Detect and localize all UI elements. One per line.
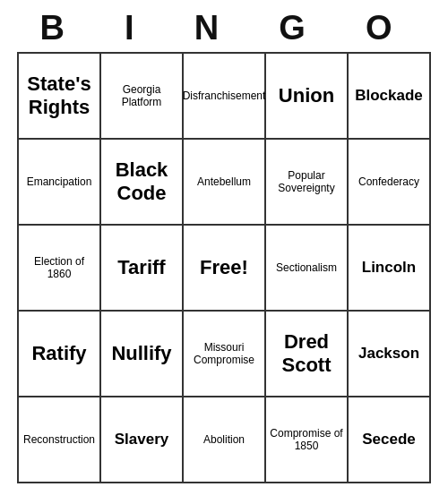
cell-24: Secede	[349, 397, 431, 483]
cell-4: Blockade	[349, 54, 431, 140]
cell-2: Disfranchisement	[184, 54, 266, 140]
letter-o: O	[366, 9, 409, 47]
letter-b: B	[40, 9, 81, 47]
letter-n: N	[194, 9, 235, 47]
cell-8: Popular Sovereignty	[266, 140, 349, 226]
cell-14: Lincoln	[349, 226, 431, 312]
cell-13: Sectionalism	[266, 226, 349, 312]
cell-11: Tariff	[101, 226, 184, 312]
cell-5: Emancipation	[19, 140, 101, 226]
cell-1: Georgia Platform	[101, 54, 184, 140]
cell-17: Missouri Compromise	[184, 312, 266, 397]
cell-23: Compromise of 1850	[266, 397, 349, 483]
cell-6: Black Code	[101, 140, 184, 226]
cell-19: Jackson	[349, 312, 431, 397]
bingo-title: B I N G O	[18, 0, 430, 52]
letter-i: I	[125, 9, 151, 47]
bingo-grid: State's RightsGeorgia PlatformDisfranchi…	[17, 52, 431, 483]
cell-9: Confederacy	[349, 140, 431, 226]
cell-16: Nullify	[101, 312, 184, 397]
cell-3: Union	[266, 54, 349, 140]
cell-22: Abolition	[184, 397, 266, 483]
cell-10: Election of 1860	[19, 226, 101, 312]
letter-g: G	[279, 9, 322, 47]
cell-21: Slavery	[101, 397, 184, 483]
cell-0: State's Rights	[19, 54, 101, 140]
cell-7: Antebellum	[184, 140, 266, 226]
cell-20: Reconstruction	[19, 397, 101, 483]
cell-12: Free!	[184, 226, 266, 312]
cell-18: Dred Scott	[266, 312, 349, 397]
cell-15: Ratify	[19, 312, 101, 397]
